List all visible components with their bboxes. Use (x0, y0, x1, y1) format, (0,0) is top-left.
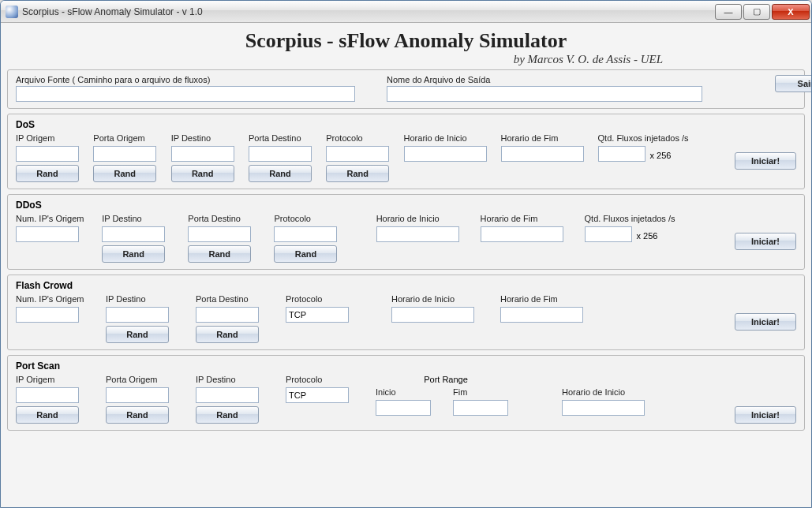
app-window: Scorpius - sFlow Anomaly Simulator - v 1… (0, 0, 812, 508)
ps-porta-origem-label: Porta Origem (106, 375, 181, 384)
dos-porta-destino-input[interactable] (249, 146, 312, 162)
portscan-title: Port Scan (16, 360, 796, 372)
ddos-horario-fim-label: Horario de Fim (481, 214, 571, 223)
ps-inicio-label: Inicio (376, 387, 439, 397)
dos-horario-inicio-input[interactable] (404, 146, 487, 162)
ps-protocolo-label: Protocolo (286, 375, 361, 384)
ps-porta-origem-rand[interactable]: Rand (106, 406, 169, 424)
ps-protocolo-input[interactable] (286, 387, 349, 403)
ps-ip-origem-rand[interactable]: Rand (16, 406, 79, 424)
flash-horario-inicio-label: Horario de Inicio (391, 294, 486, 304)
flash-horario-inicio-input[interactable] (391, 307, 474, 323)
ddos-horario-inicio-input[interactable] (376, 226, 459, 242)
flash-porta-destino-label: Porta Destino (196, 294, 271, 304)
content-area: Scorpius - sFlow Anomaly Simulator by Ma… (1, 23, 811, 507)
ps-fim-label: Fim (453, 387, 516, 397)
dos-porta-destino-label: Porta Destino (249, 133, 312, 143)
ddos-num-ips-label: Num. IP's Origem (16, 214, 88, 223)
ps-start-button[interactable]: Iniciar! (735, 406, 796, 424)
flash-horario-fim-label: Horario de Fim (500, 294, 595, 304)
flash-porta-destino-rand[interactable]: Rand (196, 326, 259, 343)
flash-porta-destino-input[interactable] (196, 307, 259, 323)
titlebar: Scorpius - sFlow Anomaly Simulator - v 1… (1, 1, 811, 23)
dos-ip-origem-rand[interactable]: Rand (16, 165, 79, 182)
dos-porta-destino-rand[interactable]: Rand (249, 165, 312, 182)
ps-inicio-input[interactable] (376, 400, 431, 416)
dos-ip-destino-rand[interactable]: Rand (171, 165, 234, 182)
ps-ip-destino-input[interactable] (196, 387, 259, 403)
app-title: Scorpius - sFlow Anomaly Simulator (7, 29, 805, 53)
ddos-title: DDoS (16, 200, 796, 211)
dos-qtd-fluxos-label: Qtd. Fluxos injetados /s (598, 133, 697, 143)
ps-ip-destino-label: IP Destino (196, 375, 271, 384)
output-file-label: Nome do Arquivo de Saída (387, 75, 718, 84)
ddos-horario-fim-input[interactable] (481, 226, 563, 242)
dos-protocolo-input[interactable] (326, 146, 389, 162)
dos-ip-origem-input[interactable] (16, 146, 79, 162)
dos-horario-fim-input[interactable] (501, 146, 584, 162)
java-app-icon (6, 6, 18, 18)
ddos-start-button[interactable]: Iniciar! (735, 233, 796, 250)
ddos-ip-destino-rand[interactable]: Rand (102, 245, 165, 263)
portscan-panel: Port Scan IP Origem Rand Porta Origem Ra… (7, 355, 805, 431)
dos-horario-fim-label: Horario de Fim (501, 133, 584, 143)
dos-title: DoS (16, 119, 796, 130)
ddos-ip-destino-input[interactable] (102, 226, 165, 242)
ddos-protocolo-label: Protocolo (274, 214, 346, 223)
ddos-porta-destino-rand[interactable]: Rand (188, 245, 251, 263)
flash-num-ips-input[interactable] (16, 307, 79, 323)
app-subtitle: by Marcos V. O. de Assis - UEL (7, 53, 805, 66)
ddos-porta-destino-input[interactable] (188, 226, 251, 242)
ddos-qtd-fluxos-label: Qtd. Fluxos injetados /s (585, 214, 697, 223)
close-button[interactable]: X (772, 4, 810, 20)
header: Scorpius - sFlow Anomaly Simulator by Ma… (7, 28, 805, 69)
ddos-porta-destino-label: Porta Destino (188, 214, 260, 223)
ps-horario-inicio-input[interactable] (562, 400, 645, 416)
window-controls: — ▢ X (713, 4, 810, 20)
ddos-qtd-fluxos-input[interactable] (585, 226, 632, 242)
files-panel: Arquivo Fonte ( Caminho para o arquivo d… (7, 69, 805, 109)
source-file-label: Arquivo Fonte ( Caminho para o arquivo d… (16, 75, 363, 84)
flash-num-ips-label: Num. IP's Origem (16, 294, 92, 304)
dos-start-button[interactable]: Iniciar! (735, 152, 796, 170)
ps-ip-origem-input[interactable] (16, 387, 79, 403)
minimize-button[interactable]: — (715, 4, 742, 20)
ddos-panel: DDoS Num. IP's Origem IP Destino Rand Po… (7, 194, 805, 270)
dos-porta-origem-label: Porta Origem (93, 133, 156, 143)
ps-ip-origem-label: IP Origem (16, 375, 92, 384)
ddos-protocolo-rand[interactable]: Rand (274, 245, 337, 263)
dos-x256-label: x 256 (650, 151, 672, 160)
dos-ip-destino-input[interactable] (171, 146, 234, 162)
flash-protocolo-input[interactable] (286, 307, 349, 323)
window-title: Scorpius - sFlow Anomaly Simulator - v 1… (22, 6, 713, 17)
ps-porta-origem-input[interactable] (106, 387, 169, 403)
dos-porta-origem-input[interactable] (93, 146, 156, 162)
dos-ip-destino-label: IP Destino (171, 133, 234, 143)
flash-ip-destino-rand[interactable]: Rand (106, 326, 169, 343)
dos-horario-inicio-label: Horario de Inicio (404, 133, 487, 143)
dos-qtd-fluxos-input[interactable] (598, 146, 645, 162)
dos-porta-origem-rand[interactable]: Rand (93, 165, 156, 182)
source-file-input[interactable] (16, 86, 355, 102)
flash-protocolo-label: Protocolo (286, 294, 361, 304)
ddos-num-ips-input[interactable] (16, 226, 79, 242)
dos-panel: DoS IP Origem Rand Porta Origem Rand IP … (7, 114, 805, 189)
maximize-button[interactable]: ▢ (743, 4, 770, 20)
dos-protocolo-rand[interactable]: Rand (326, 165, 389, 182)
exit-button[interactable]: Sair (775, 75, 811, 92)
dos-protocolo-label: Protocolo (326, 133, 389, 143)
output-file-input[interactable] (387, 86, 702, 102)
ddos-protocolo-input[interactable] (274, 226, 337, 242)
ddos-horario-inicio-label: Horario de Inicio (376, 214, 466, 223)
ps-port-range-label: Port Range (376, 375, 516, 384)
flash-horario-fim-input[interactable] (500, 307, 583, 323)
ps-ip-destino-rand[interactable]: Rand (196, 406, 259, 424)
flash-start-button[interactable]: Iniciar! (735, 313, 796, 331)
flash-ip-destino-label: IP Destino (106, 294, 181, 304)
ddos-x256-label: x 256 (637, 231, 658, 241)
flash-panel: Flash Crowd Num. IP's Origem IP Destino … (7, 275, 805, 350)
flash-title: Flash Crowd (16, 280, 796, 291)
flash-ip-destino-input[interactable] (106, 307, 169, 323)
ps-fim-input[interactable] (453, 400, 508, 416)
dos-ip-origem-label: IP Origem (16, 133, 79, 143)
